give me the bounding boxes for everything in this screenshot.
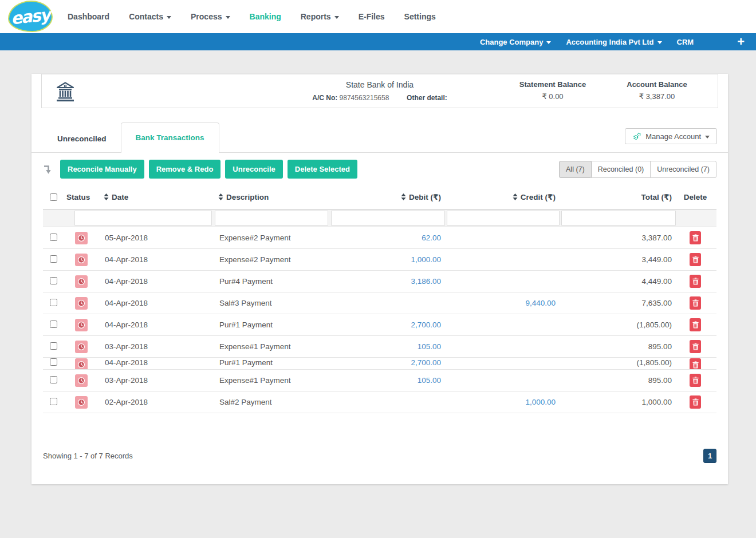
change-company-dropdown[interactable]: Change Company bbox=[480, 38, 552, 46]
row-description: Expense#2 Payment bbox=[214, 234, 328, 242]
nav-item-contacts[interactable]: Contacts bbox=[129, 12, 171, 21]
delete-row-button[interactable] bbox=[690, 253, 701, 266]
filter-unreconciled[interactable]: Unreconciled (7) bbox=[650, 161, 716, 178]
row-debit-link[interactable]: 2,700.00 bbox=[328, 358, 443, 367]
row-description: Pur#4 Payment bbox=[214, 277, 328, 286]
status-unreconciled-clock-icon bbox=[75, 275, 88, 288]
trash-icon bbox=[692, 343, 699, 350]
table-row: 04-Apr-2018 Expense#2 Payment 1,000.00 3… bbox=[43, 249, 716, 271]
row-total: 3,449.00 bbox=[557, 255, 674, 264]
sort-icon bbox=[401, 193, 406, 200]
add-icon[interactable]: + bbox=[737, 35, 745, 48]
records-count-text: Showing 1 - 7 of 7 Records bbox=[43, 452, 133, 460]
row-credit-link[interactable]: 9,440.00 bbox=[443, 299, 557, 307]
account-balance-label: Account Balance bbox=[614, 80, 700, 89]
filter-input-debit[interactable] bbox=[331, 211, 445, 226]
unreconcile-button[interactable]: Unreconcile bbox=[225, 160, 282, 179]
row-date: 04-Apr-2018 bbox=[99, 255, 214, 264]
header-delete: Delete bbox=[674, 193, 716, 201]
ac-no-value: 9874563215658 bbox=[340, 94, 389, 102]
row-debit-link[interactable]: 62.00 bbox=[328, 234, 443, 242]
filter-input-date[interactable] bbox=[74, 211, 212, 226]
row-debit-link[interactable]: 3,186.00 bbox=[328, 277, 443, 286]
row-checkbox[interactable] bbox=[50, 376, 57, 383]
statement-balance-value: ₹ 0.00 bbox=[510, 92, 596, 101]
delete-row-button[interactable] bbox=[690, 395, 701, 409]
crm-link[interactable]: CRM bbox=[677, 38, 694, 46]
nav-item-efiles[interactable]: E-Files bbox=[359, 12, 385, 21]
manage-account-button[interactable]: Manage Account bbox=[625, 128, 717, 144]
header-date[interactable]: Date bbox=[99, 193, 214, 201]
nav-item-dashboard[interactable]: Dashboard bbox=[68, 12, 109, 21]
trash-icon bbox=[692, 299, 699, 307]
filter-all[interactable]: All (7) bbox=[559, 161, 592, 178]
remove-redo-button[interactable]: Remove & Redo bbox=[149, 160, 221, 179]
row-checkbox[interactable] bbox=[50, 398, 57, 405]
bank-account-header: State Bank of India A/C No: 987456321565… bbox=[41, 74, 718, 108]
other-detail-label: Other detail: bbox=[407, 94, 447, 102]
delete-row-button[interactable] bbox=[690, 358, 701, 370]
nav-item-settings[interactable]: Settings bbox=[404, 12, 436, 21]
delete-row-button[interactable] bbox=[690, 318, 701, 331]
row-total: 7,635.00 bbox=[557, 299, 674, 307]
select-all-checkbox[interactable] bbox=[50, 193, 57, 201]
row-checkbox[interactable] bbox=[50, 321, 57, 328]
actions-toolbar: Reconcile Manually Remove & Redo Unrecon… bbox=[32, 153, 728, 184]
reconcile-manually-button[interactable]: Reconcile Manually bbox=[60, 160, 144, 179]
trash-icon bbox=[692, 398, 699, 406]
bank-name: State Bank of India bbox=[248, 80, 511, 89]
row-date: 02-Apr-2018 bbox=[99, 398, 214, 406]
delete-row-button[interactable] bbox=[690, 296, 701, 310]
filter-input-description[interactable] bbox=[215, 211, 328, 226]
table-footer: Showing 1 - 7 of 7 Records 1 bbox=[43, 449, 716, 463]
header-debit[interactable]: Debit (₹) bbox=[328, 192, 443, 201]
row-checkbox[interactable] bbox=[50, 277, 57, 284]
filter-reconciled[interactable]: Reconciled (0) bbox=[591, 161, 651, 178]
row-debit-link[interactable]: 1,000.00 bbox=[328, 255, 443, 264]
row-total: 895.00 bbox=[557, 342, 674, 351]
row-checkbox[interactable] bbox=[50, 234, 57, 241]
table-row: 04-Apr-2018 Pur#1 Payment 2,700.00 (1,80… bbox=[43, 314, 716, 336]
delete-row-button[interactable] bbox=[690, 231, 701, 244]
row-checkbox[interactable] bbox=[50, 342, 57, 350]
chevron-down-icon bbox=[167, 16, 171, 19]
transactions-body: 05-Apr-2018 Expense#2 Payment 62.00 3,38… bbox=[43, 227, 716, 413]
filter-input-credit[interactable] bbox=[447, 211, 560, 226]
table-row: 04-Apr-2018 Pur#4 Payment 3,186.00 4,449… bbox=[43, 271, 716, 292]
row-checkbox[interactable] bbox=[50, 358, 57, 366]
row-debit-link[interactable]: 2,700.00 bbox=[328, 321, 443, 329]
row-checkbox[interactable] bbox=[50, 299, 57, 306]
trash-icon bbox=[692, 361, 699, 369]
row-description: Pur#1 Payment bbox=[214, 321, 328, 329]
nav-item-banking[interactable]: Banking bbox=[250, 12, 281, 21]
row-total: 3,387.00 bbox=[557, 234, 674, 242]
row-checkbox[interactable] bbox=[50, 255, 57, 263]
header-description[interactable]: Description bbox=[214, 193, 328, 201]
nav-item-process[interactable]: Process bbox=[191, 12, 230, 21]
table-row: 03-Apr-2018 Expense#1 Payment 105.00 895… bbox=[43, 370, 716, 391]
company-name-dropdown[interactable]: Accounting India Pvt Ltd bbox=[566, 38, 662, 46]
statement-balance: Statement Balance ₹ 0.00 bbox=[510, 80, 596, 101]
header-credit[interactable]: Credit (₹) bbox=[443, 192, 557, 201]
row-total: 4,449.00 bbox=[557, 277, 674, 286]
transactions-table: Status Date Description Debit (₹) Credit… bbox=[43, 185, 716, 413]
nav-item-reports[interactable]: Reports bbox=[301, 12, 339, 21]
row-debit-link[interactable]: 105.00 bbox=[328, 342, 443, 351]
trash-icon bbox=[692, 377, 699, 384]
table-row: 05-Apr-2018 Expense#2 Payment 62.00 3,38… bbox=[43, 227, 716, 249]
row-description: Expense#1 Payment bbox=[214, 376, 328, 385]
delete-row-button[interactable] bbox=[690, 275, 701, 288]
delete-row-button[interactable] bbox=[690, 374, 701, 387]
tab-unreconciled[interactable]: Unreconciled bbox=[43, 125, 121, 152]
tab-bank-transactions[interactable]: Bank Transactions bbox=[121, 122, 219, 153]
easy-logo[interactable]: easy bbox=[8, 1, 53, 32]
delete-row-button[interactable] bbox=[690, 340, 701, 353]
bank-details: State Bank of India A/C No: 987456321565… bbox=[248, 80, 511, 102]
row-debit-link[interactable]: 105.00 bbox=[328, 376, 443, 385]
status-unreconciled-clock-icon bbox=[75, 232, 88, 244]
pagination-page-1-button[interactable]: 1 bbox=[703, 449, 716, 463]
delete-selected-button[interactable]: Delete Selected bbox=[288, 160, 357, 179]
row-date: 03-Apr-2018 bbox=[99, 376, 214, 385]
row-credit-link[interactable]: 1,000.00 bbox=[443, 398, 557, 406]
filter-input-total[interactable] bbox=[561, 211, 676, 226]
